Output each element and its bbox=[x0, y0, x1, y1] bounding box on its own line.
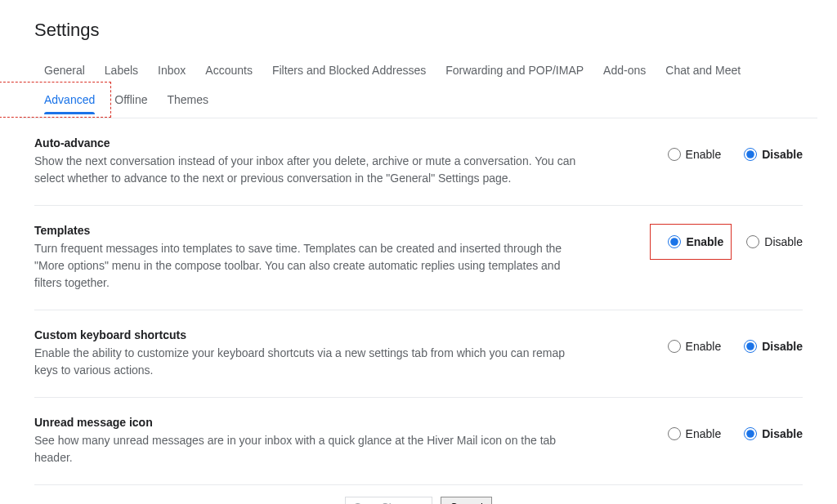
tab-offline[interactable]: Offline bbox=[105, 85, 157, 114]
setting-text: Unread message icon See how many unread … bbox=[34, 416, 606, 466]
radio-enable-input[interactable] bbox=[668, 235, 681, 248]
radio-enable[interactable]: Enable bbox=[668, 148, 722, 161]
radio-enable-label: Enable bbox=[686, 148, 722, 161]
tab-general[interactable]: General bbox=[34, 56, 95, 85]
radio-group: Enable Disable bbox=[668, 136, 803, 161]
radio-enable-input[interactable] bbox=[668, 148, 681, 161]
radio-group: Enable Disable bbox=[668, 224, 803, 248]
setting-auto-advance: Auto-advance Show the next conversation … bbox=[34, 118, 803, 206]
setting-text: Templates Turn frequent messages into te… bbox=[34, 224, 606, 292]
radio-enable-label: Enable bbox=[686, 235, 723, 248]
settings-tabs: General Labels Inbox Accounts Filters an… bbox=[34, 56, 817, 114]
tab-forwarding[interactable]: Forwarding and POP/IMAP bbox=[436, 56, 593, 85]
radio-enable[interactable]: Enable bbox=[668, 235, 723, 248]
page-title: Settings bbox=[34, 20, 817, 41]
setting-unread-icon: Unread message icon See how many unread … bbox=[34, 398, 803, 485]
radio-disable[interactable]: Disable bbox=[744, 427, 803, 440]
settings-page: Settings General Labels Inbox Accounts F… bbox=[0, 0, 837, 504]
tab-themes[interactable]: Themes bbox=[158, 85, 219, 114]
save-button[interactable]: Save Changes bbox=[345, 497, 432, 504]
radio-enable[interactable]: Enable bbox=[668, 427, 722, 440]
setting-templates: Templates Turn frequent messages into te… bbox=[34, 206, 803, 310]
radio-enable-label: Enable bbox=[686, 340, 722, 353]
radio-disable-label: Disable bbox=[762, 340, 803, 353]
radio-enable-input[interactable] bbox=[668, 340, 681, 353]
radio-enable[interactable]: Enable bbox=[668, 340, 722, 353]
setting-desc: Show the next conversation instead of yo… bbox=[34, 153, 590, 187]
radio-disable[interactable]: Disable bbox=[744, 148, 803, 161]
radio-disable-label: Disable bbox=[764, 235, 803, 248]
setting-title: Templates bbox=[34, 224, 590, 237]
setting-text: Auto-advance Show the next conversation … bbox=[34, 136, 606, 187]
tab-labels[interactable]: Labels bbox=[95, 56, 148, 85]
tab-filters[interactable]: Filters and Blocked Addresses bbox=[262, 56, 436, 85]
tab-inbox[interactable]: Inbox bbox=[148, 56, 195, 85]
radio-disable[interactable]: Disable bbox=[746, 235, 803, 248]
radio-disable-label: Disable bbox=[762, 148, 803, 161]
setting-desc: See how many unread messages are in your… bbox=[34, 432, 590, 466]
setting-desc: Turn frequent messages into templates to… bbox=[34, 240, 590, 292]
tab-accounts[interactable]: Accounts bbox=[195, 56, 262, 85]
buttons-row: Save Changes Cancel bbox=[34, 485, 803, 504]
radio-disable-input[interactable] bbox=[746, 235, 759, 248]
radio-disable-input[interactable] bbox=[744, 148, 757, 161]
tab-chat[interactable]: Chat and Meet bbox=[656, 56, 750, 85]
setting-title: Custom keyboard shortcuts bbox=[34, 328, 590, 341]
radio-disable-label: Disable bbox=[762, 427, 803, 440]
tab-advanced[interactable]: Advanced bbox=[34, 85, 105, 114]
setting-custom-shortcuts: Custom keyboard shortcuts Enable the abi… bbox=[34, 310, 803, 398]
radio-disable-input[interactable] bbox=[744, 427, 757, 440]
radio-group: Enable Disable bbox=[668, 416, 803, 440]
tab-addons[interactable]: Add-ons bbox=[593, 56, 656, 85]
setting-desc: Enable the ability to customize your key… bbox=[34, 345, 590, 379]
settings-body: Auto-advance Show the next conversation … bbox=[20, 118, 817, 504]
radio-disable[interactable]: Disable bbox=[744, 340, 803, 353]
radio-enable-input[interactable] bbox=[668, 427, 681, 440]
radio-disable-input[interactable] bbox=[744, 340, 757, 353]
setting-title: Unread message icon bbox=[34, 416, 590, 429]
setting-title: Auto-advance bbox=[34, 136, 590, 149]
radio-group: Enable Disable bbox=[668, 328, 803, 353]
setting-text: Custom keyboard shortcuts Enable the abi… bbox=[34, 328, 606, 379]
radio-enable-label: Enable bbox=[686, 427, 722, 440]
cancel-button[interactable]: Cancel bbox=[441, 497, 491, 504]
